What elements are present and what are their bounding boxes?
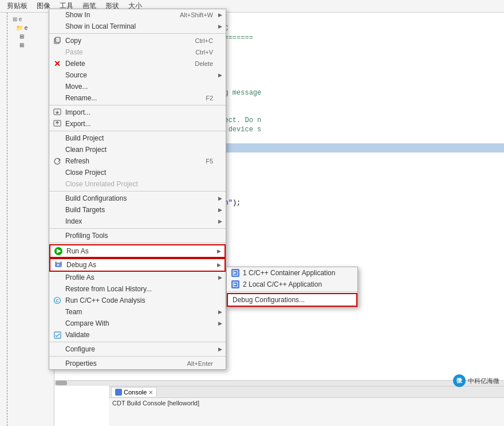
ctx-sep-4 <box>49 191 226 191</box>
console-tab-close[interactable]: ✕ <box>148 389 153 396</box>
validate-icon <box>53 330 62 339</box>
ctx-sep-5 <box>49 228 226 229</box>
sidebar-item-2[interactable]: 📁 e <box>0 24 54 32</box>
console-tab[interactable]: Console ✕ <box>111 387 157 397</box>
run-icon <box>54 247 63 256</box>
svg-marker-18 <box>234 283 237 286</box>
ctx-sep-6 <box>49 243 226 243</box>
ctx-show-in[interactable]: Show In Alt+Shift+W <box>49 9 226 21</box>
ctx-refresh[interactable]: Refresh F5 <box>49 155 226 167</box>
ctx-sep-8 <box>49 356 226 357</box>
ctx-sep-7 <box>49 342 226 342</box>
ctx-team[interactable]: Team <box>49 306 226 318</box>
ctx-run-as[interactable]: Run As <box>49 244 226 258</box>
sidebar: ⊞ e 📁 e ⊞ ⊞ <box>0 13 54 426</box>
ctx-show-in-local-terminal[interactable]: Show in Local Terminal <box>49 21 226 32</box>
ctx-paste[interactable]: Paste Ctrl+V <box>49 46 226 58</box>
ctx-build-targets[interactable]: Build Targets <box>49 204 226 216</box>
ctx-validate[interactable]: Validate <box>49 329 226 341</box>
ctx-delete[interactable]: ✕ Delete Delete <box>49 58 226 69</box>
console-text: CDT Build Console [helloworld] <box>112 400 199 407</box>
ctx-source[interactable]: Source <box>49 69 226 81</box>
watermark-icon: 微 <box>453 374 466 387</box>
submenu-container-app[interactable]: 1 C/C++ Container Application <box>227 267 357 279</box>
ctx-run-cpp-analysis[interactable]: C Run C/C++ Code Analysis <box>49 295 226 306</box>
ctx-move[interactable]: Move... <box>49 81 226 92</box>
submenu-local-cpp-app[interactable]: 2 Local C/C++ Application <box>227 279 357 290</box>
ctx-import[interactable]: Import... <box>49 107 226 118</box>
ctx-properties[interactable]: Properties Alt+Enter <box>49 358 226 369</box>
context-menu: Show In Alt+Shift+W Show in Local Termin… <box>49 9 226 370</box>
ctx-copy[interactable]: Copy Ctrl+C <box>49 35 226 46</box>
container-app-label: 1 C/C++ Container Application <box>243 269 335 277</box>
ctx-sep-1 <box>49 33 226 34</box>
sidebar-content: ⊞ e 📁 e ⊞ ⊞ <box>0 13 54 52</box>
ctx-profiling-tools[interactable]: Profiling Tools <box>49 230 226 241</box>
local-cpp-app-label: 2 Local C/C++ Application <box>243 280 322 288</box>
svg-text:C: C <box>56 299 58 303</box>
refresh-icon <box>53 157 62 166</box>
container-app-icon <box>231 269 239 277</box>
menu-clipboard[interactable]: 剪贴板 <box>2 0 32 12</box>
ctx-rename[interactable]: Rename... F2 <box>49 92 226 104</box>
cpp-icon: C <box>53 296 62 305</box>
svg-rect-1 <box>56 37 60 42</box>
sidebar-item-1[interactable]: ⊞ e <box>0 15 54 24</box>
ctx-build-project[interactable]: Build Project <box>49 132 226 144</box>
svg-marker-16 <box>234 272 237 274</box>
watermark-text: 中科亿海微 <box>468 377 499 385</box>
export-icon <box>53 119 62 128</box>
sidebar-item-4[interactable]: ⊞ <box>0 41 54 49</box>
ctx-clean-project[interactable]: Clean Project <box>49 144 226 155</box>
import-icon <box>53 108 62 117</box>
ctx-restore-local-history[interactable]: Restore from Local History... <box>49 283 226 295</box>
console-body: CDT Build Console [helloworld] <box>109 398 504 408</box>
ctx-configure[interactable]: Configure <box>49 343 226 355</box>
ctx-sep-3 <box>49 131 226 131</box>
ctx-index[interactable]: Index <box>49 216 226 227</box>
ctx-debug-as[interactable]: Debug As <box>49 258 226 272</box>
ctx-compare-with[interactable]: Compare With <box>49 318 226 329</box>
submenu-debug-configurations[interactable]: Debug Configurations... <box>227 293 357 307</box>
console-tab-icon <box>115 389 122 396</box>
ctx-close-project[interactable]: Close Project <box>49 167 226 178</box>
sidebar-dashed-line <box>7 13 7 426</box>
watermark: 微 中科亿海微 <box>453 374 499 387</box>
console-tab-label: Console <box>124 389 147 396</box>
copy-icon <box>53 36 62 45</box>
sidebar-item-3[interactable]: ⊞ <box>0 32 54 41</box>
ctx-profile-as[interactable]: Profile As <box>49 272 226 283</box>
ctx-sep-2 <box>49 105 226 105</box>
ctx-close-unrelated[interactable]: Close Unrelated Project <box>49 178 226 190</box>
h-scrollbar-thumb[interactable] <box>56 381 67 385</box>
debug-configurations-label: Debug Configurations... <box>233 296 305 304</box>
debug-icon <box>54 260 63 269</box>
delete-icon: ✕ <box>53 59 62 68</box>
submenu-sep <box>227 291 357 292</box>
console-tab-bar: Console ✕ <box>109 386 504 398</box>
ctx-export[interactable]: Export... <box>49 118 226 130</box>
h-scrollbar[interactable] <box>54 380 504 386</box>
console-area: Console ✕ CDT Build Console [helloworld] <box>109 386 504 426</box>
local-cpp-app-icon <box>231 280 239 288</box>
debug-as-submenu: 1 C/C++ Container Application 2 Local C/… <box>226 267 358 307</box>
ctx-build-configurations[interactable]: Build Configurations <box>49 193 226 204</box>
